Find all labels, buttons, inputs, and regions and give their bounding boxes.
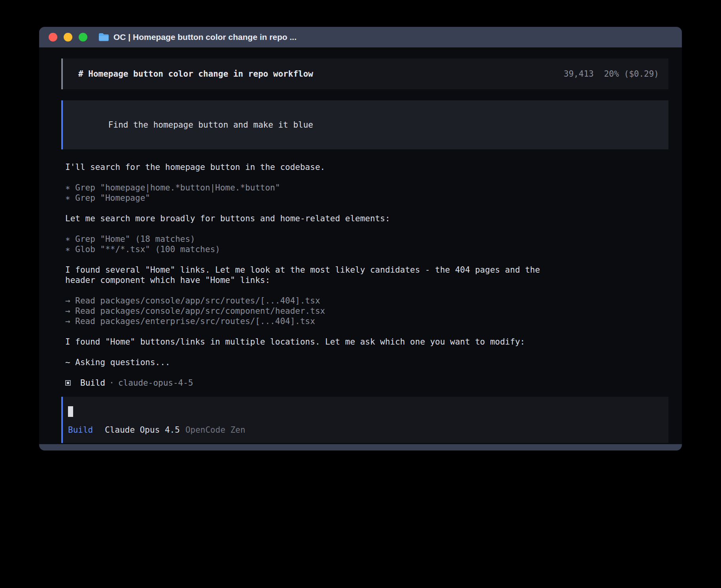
agent-name: Build: [80, 378, 105, 388]
build-agent-icon: [65, 380, 71, 386]
tool-call-glob: ∗ Glob "**/*.tsx" (100 matches): [65, 244, 668, 254]
tool-call-grep: ∗ Grep "Homepage": [65, 193, 668, 203]
assistant-paragraph: Let me search more broadly for buttons a…: [65, 213, 668, 224]
text-cursor: [68, 406, 73, 417]
tool-call-read: → Read packages/console/app/src/componen…: [65, 306, 668, 316]
session-header: # Homepage button color change in repo w…: [61, 58, 668, 89]
mode-label[interactable]: Build: [68, 425, 93, 435]
window-title: OC | Homepage button color change in rep…: [113, 32, 296, 42]
folder-icon: [98, 33, 109, 41]
assistant-text: header component which have "Home" links…: [65, 275, 668, 285]
tool-call-read: → Read packages/enterprise/src/routes/[.…: [65, 316, 668, 326]
close-button[interactable]: [49, 33, 57, 41]
user-message: Find the homepage button and make it blu…: [61, 100, 668, 149]
tool-call-group: ∗ Grep "homepage|home.*button|Home.*butt…: [65, 183, 668, 203]
provider-label: OpenCode Zen: [185, 425, 245, 435]
user-message-text: Find the homepage button and make it blu…: [108, 120, 313, 130]
tool-call-group: → Read packages/console/app/src/routes/[…: [65, 296, 668, 326]
assistant-status: ~ Asking questions...: [65, 357, 668, 368]
tool-call-grep: ∗ Grep "homepage|home.*button|Home.*butt…: [65, 183, 668, 193]
traffic-lights: [49, 33, 87, 41]
session-title: # Homepage button color change in repo w…: [78, 69, 313, 79]
tool-call-read: → Read packages/console/app/src/routes/[…: [65, 296, 668, 306]
minimize-button[interactable]: [64, 33, 72, 41]
asking-questions-text: ~ Asking questions...: [65, 357, 668, 368]
agent-model: claude-opus-4-5: [118, 378, 193, 388]
assistant-paragraph: I'll search for the homepage button in t…: [65, 162, 668, 172]
model-label[interactable]: Claude Opus 4.5: [105, 425, 180, 435]
tool-call-group: ∗ Grep "Home" (18 matches) ∗ Glob "**/*.…: [65, 234, 668, 254]
assistant-paragraph: I found several "Home" links. Let me loo…: [65, 265, 668, 285]
titlebar[interactable]: OC | Homepage button color change in rep…: [39, 27, 682, 47]
agent-status-line: Build · claude-opus-4-5: [65, 378, 668, 388]
context-cost: 20% ($0.29): [604, 69, 659, 79]
assistant-text: I'll search for the homepage button in t…: [65, 162, 668, 172]
separator-dot: ·: [109, 378, 114, 388]
assistant-text: I found "Home" buttons/links in multiple…: [65, 337, 668, 347]
input-meta: Build Claude Opus 4.5 OpenCode Zen: [68, 425, 661, 435]
zoom-button[interactable]: [79, 33, 87, 41]
assistant-paragraph: I found "Home" buttons/links in multiple…: [65, 337, 668, 347]
assistant-text: Let me search more broadly for buttons a…: [65, 213, 668, 224]
session-stats: 39,413 20% ($0.29): [564, 69, 659, 79]
prompt-input[interactable]: Build Claude Opus 4.5 OpenCode Zen: [61, 397, 668, 443]
terminal-content: # Homepage button color change in repo w…: [39, 47, 682, 444]
title-group: OC | Homepage button color change in rep…: [98, 32, 296, 42]
terminal-window: OC | Homepage button color change in rep…: [39, 27, 682, 450]
assistant-text: I found several "Home" links. Let me loo…: [65, 265, 668, 275]
tool-call-grep: ∗ Grep "Home" (18 matches): [65, 234, 668, 244]
token-count: 39,413: [564, 69, 594, 79]
